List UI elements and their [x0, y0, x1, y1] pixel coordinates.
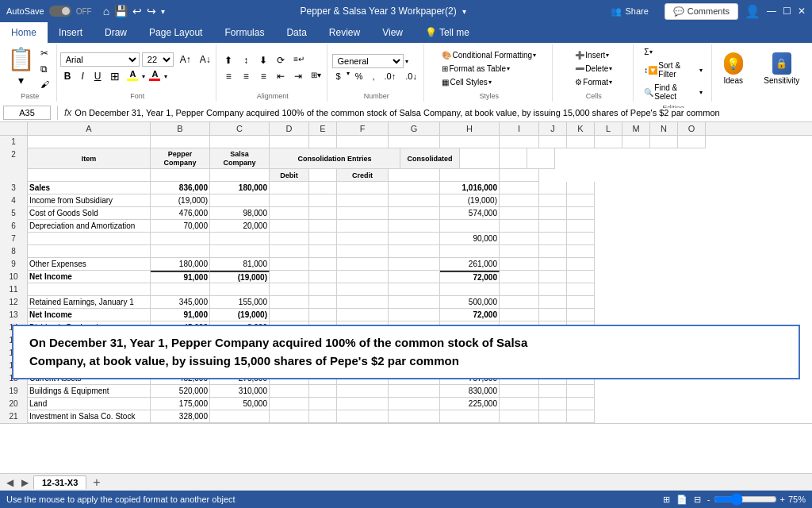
cell-credit[interactable] [337, 182, 389, 194]
cell-d1[interactable] [270, 136, 309, 148]
cell-credit[interactable] [337, 245, 389, 258]
cell-consolidated[interactable] [440, 220, 500, 233]
delete-cells-button[interactable]: ➖ Delete ▾ [571, 63, 616, 75]
cell-extra[interactable] [500, 410, 539, 423]
cell-salsa[interactable]: (19,000) [210, 309, 270, 321]
align-middle-button[interactable]: ↕ [238, 53, 254, 67]
cell-extra[interactable] [500, 182, 539, 194]
cell-salsa[interactable]: 310,000 [210, 385, 270, 398]
tab-draw[interactable]: Draw [94, 22, 138, 43]
cell-c2[interactable]: SalsaCompany [210, 148, 270, 169]
cell-g2b[interactable] [389, 169, 440, 182]
cell-pepper[interactable]: 520,000 [151, 385, 210, 398]
cell-g[interactable] [389, 245, 440, 258]
cell-extra[interactable] [539, 271, 567, 283]
cell-k1[interactable] [567, 136, 595, 148]
cell-i1[interactable] [500, 136, 539, 148]
cell-extra[interactable] [567, 309, 595, 321]
redo-btn[interactable]: ↪ [147, 5, 156, 17]
cell-i2[interactable] [460, 148, 500, 169]
share-button[interactable]: 👥 Share [601, 4, 657, 19]
font-color-button[interactable]: A [147, 69, 162, 83]
comma-button[interactable]: , [368, 70, 378, 83]
cell-g[interactable] [389, 233, 440, 245]
italic-button[interactable]: I [77, 69, 87, 83]
cell-pepper[interactable]: (19,000) [151, 194, 210, 207]
tab-tell-me[interactable]: 💡 Tell me [414, 22, 481, 43]
cell-item[interactable]: Other Expenses [28, 258, 151, 271]
cell-a2b[interactable] [28, 169, 151, 182]
cell-extra[interactable] [567, 398, 595, 410]
cell-salsa[interactable]: 20,000 [210, 220, 270, 233]
cell-item[interactable]: Cost of Goods Sold [28, 207, 151, 220]
cell-item[interactable]: Investment in Salsa Co. Stock [28, 410, 151, 423]
cell-g[interactable] [389, 423, 440, 424]
cell-extra[interactable] [539, 258, 567, 271]
font-size-select[interactable]: 22 [142, 52, 174, 67]
font-color-dropdown[interactable]: ▾ [164, 73, 167, 80]
cell-e[interactable] [309, 296, 337, 309]
cell-consolidated[interactable]: 72,000 [440, 309, 500, 321]
cell-item[interactable] [28, 283, 151, 296]
cell-pepper[interactable]: 91,000 [151, 309, 210, 321]
cell-e[interactable] [309, 220, 337, 233]
tab-review[interactable]: Review [318, 22, 371, 43]
consolidation-entries-header[interactable]: Consolidation Entries [270, 148, 400, 169]
cell-extra[interactable] [539, 398, 567, 410]
insert-arrow[interactable]: ▾ [606, 52, 609, 59]
copy-button[interactable]: ⧉ [36, 62, 53, 76]
sheet-nav-left[interactable]: ◀ [3, 477, 17, 488]
comments-button[interactable]: 💬 Comments [665, 3, 738, 20]
wrap-text-button[interactable]: ≡↵ [290, 53, 308, 67]
sheet-nav-right[interactable]: ▶ [18, 477, 32, 488]
find-select-button[interactable]: 🔍 Find & Select ▾ [640, 82, 706, 102]
cell-l1[interactable] [595, 136, 622, 148]
cell-f2b[interactable]: Credit [337, 169, 389, 182]
zoom-in-button[interactable]: + [780, 495, 785, 504]
align-top-button[interactable]: ⬆ [220, 53, 236, 67]
cut-button[interactable]: ✂ [36, 46, 53, 60]
restore-icon[interactable]: ☐ [783, 6, 791, 17]
col-header-f[interactable]: F [337, 122, 389, 135]
cell-debit[interactable] [270, 283, 309, 296]
cell-b1[interactable] [151, 136, 210, 148]
cell-extra[interactable] [567, 271, 595, 283]
format-painter-button[interactable]: 🖌 [36, 78, 53, 90]
cell-consolidated[interactable]: 225,000 [440, 398, 500, 410]
close-icon[interactable]: ✕ [798, 6, 806, 17]
cell-debit[interactable] [270, 233, 309, 245]
cell-extra[interactable] [539, 309, 567, 321]
cell-b2b[interactable] [151, 169, 210, 182]
cell-j1[interactable] [539, 136, 567, 148]
normal-view-icon[interactable]: ⊞ [663, 495, 670, 505]
sheet-tab-active[interactable]: 12-31-X3 [33, 475, 86, 489]
col-header-a[interactable]: A [28, 122, 151, 135]
cell-consolidated[interactable]: 500,000 [440, 296, 500, 309]
cell-consolidated[interactable] [440, 283, 500, 296]
cell-pepper[interactable]: 180,000 [151, 258, 210, 271]
cell-extra[interactable] [567, 220, 595, 233]
cell-extra[interactable] [539, 423, 567, 424]
col-header-c[interactable]: C [210, 122, 270, 135]
cell-styles-button[interactable]: ▦ Cell Styles ▾ [438, 76, 495, 88]
cell-e[interactable] [309, 410, 337, 423]
cell-g[interactable] [389, 283, 440, 296]
cell-pepper[interactable] [151, 245, 210, 258]
cell-g[interactable] [389, 182, 440, 194]
cell-h2[interactable]: Consolidated [400, 148, 460, 169]
decrease-decimal-button[interactable]: .0↓ [401, 70, 421, 83]
cell-credit[interactable] [337, 258, 389, 271]
borders-button[interactable]: ⊞ [107, 68, 123, 84]
page-layout-view-icon[interactable]: 📄 [676, 495, 688, 505]
cell-extra[interactable] [567, 245, 595, 258]
cell-salsa[interactable]: 50,000 [210, 398, 270, 410]
format-as-table-button[interactable]: ⊞ Format as Table ▾ [438, 63, 514, 75]
cell-salsa[interactable]: 180,000 [210, 182, 270, 194]
cell-debit[interactable] [270, 296, 309, 309]
col-header-k[interactable]: K [567, 122, 595, 135]
cell-item[interactable]: Buildings & Equipment [28, 385, 151, 398]
delete-arrow[interactable]: ▾ [609, 65, 612, 72]
cell-extra[interactable] [500, 233, 539, 245]
format-cells-button[interactable]: ⚙ Format ▾ [571, 76, 616, 88]
cell-debit[interactable] [270, 245, 309, 258]
